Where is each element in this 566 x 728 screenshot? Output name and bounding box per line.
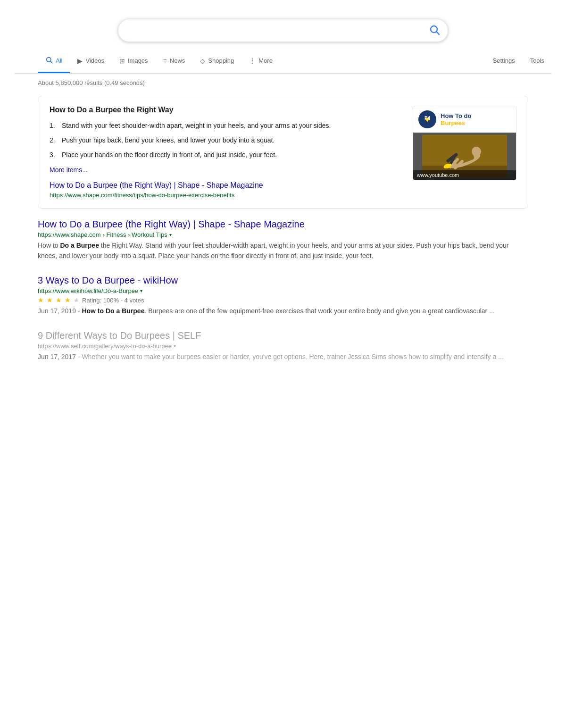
video-thumbnail[interactable]: www.youtube.com (413, 133, 516, 180)
video-logo: ♥ P4 (418, 110, 437, 129)
result-title[interactable]: 3 Ways to Do a Burpee - wikiHow (38, 274, 528, 286)
snippet-step-2: Push your hips back, bend your knees, an… (50, 135, 403, 145)
result-url: https://www.wikihow.life/Do-a-Burpee (38, 287, 138, 294)
snippet-step-3: Place your hands on the floor directly i… (50, 150, 403, 160)
snippet-title: How to Do a Burpee the Right Way (50, 106, 403, 114)
result-date: Jun 17, 2019 (38, 307, 76, 315)
result-breadcrumb: › Fitness › Workout Tips (103, 231, 167, 238)
result-item: 9 Different Ways to Do Burpees | SELF ht… (38, 329, 528, 362)
search-bar: how to do a burpee (118, 19, 448, 42)
result-url-line: https://www.self.com/gallery/ways-to-do-… (38, 343, 528, 350)
search-button[interactable] (429, 24, 440, 37)
snippet-content: How to Do a Burpee the Right Way Stand w… (50, 106, 403, 199)
result-title[interactable]: How to Do a Burpee (the Right Way) | Sha… (38, 218, 528, 230)
featured-snippet: How to Do a Burpee the Right Way Stand w… (38, 96, 528, 209)
news-icon: ≡ (163, 57, 167, 65)
more-items-link[interactable]: More items... (50, 166, 88, 174)
nav-right: Settings Tools (485, 50, 552, 72)
result-description: Jun 17, 2017 - Whether you want to make … (38, 351, 528, 362)
snippet-video: ♥ P4 How To do Burpees (413, 106, 516, 199)
all-icon (45, 56, 53, 65)
rating-line: ★ ★ ★ ★ ★ Rating: 100% - 4 votes (38, 296, 528, 304)
dropdown-arrow-icon[interactable]: ▾ (169, 232, 172, 237)
result-item: 3 Ways to Do a Burpee - wikiHow https://… (38, 274, 528, 316)
tab-settings[interactable]: Settings (485, 50, 523, 72)
result-url: https://www.shape.com (38, 231, 101, 238)
search-results: How to Do a Burpee (the Right Way) | Sha… (14, 218, 552, 362)
more-dots-icon: ⋮ (249, 57, 256, 65)
images-icon: ⊞ (119, 57, 125, 65)
svg-line-1 (437, 32, 440, 35)
result-title[interactable]: 9 Different Ways to Do Burpees | SELF (38, 329, 528, 342)
tab-all[interactable]: All (38, 50, 70, 73)
snippet-source-url: https://www.shape.com/fitness/tips/how-d… (50, 192, 403, 199)
star-2: ★ (47, 296, 53, 304)
result-url-line: https://www.shape.com › Fitness › Workou… (38, 231, 528, 238)
result-url: https://www.self.com/gallery/ways-to-do-… (38, 343, 172, 350)
star-3: ★ (56, 296, 62, 304)
tab-more[interactable]: ⋮ More (241, 50, 280, 73)
result-item: How to Do a Burpee (the Right Way) | Sha… (38, 218, 528, 261)
dropdown-arrow-icon[interactable]: ▾ (174, 343, 176, 349)
tab-images[interactable]: ⊞ Images (112, 50, 156, 73)
result-description: Jun 17, 2019 - How to Do a Burpee. Burpe… (38, 306, 528, 316)
svg-text:P4: P4 (424, 116, 431, 121)
star-1: ★ (38, 296, 44, 304)
snippet-step-1: Stand with your feet shoulder-width apar… (50, 121, 403, 131)
svg-line-3 (50, 61, 52, 63)
videos-icon: ▶ (77, 57, 83, 65)
star-5: ★ (74, 297, 79, 304)
result-url-line: https://www.wikihow.life/Do-a-Burpee ▾ (38, 287, 528, 294)
star-4: ★ (65, 296, 71, 304)
tab-news[interactable]: ≡ News (156, 50, 193, 73)
dropdown-arrow-icon[interactable]: ▾ (140, 288, 142, 293)
tab-videos[interactable]: ▶ Videos (70, 50, 112, 73)
svg-point-10 (472, 147, 481, 156)
video-title: How To do Burpees (441, 112, 471, 126)
snippet-steps: Stand with your feet shoulder-width apar… (50, 121, 403, 160)
tab-tools[interactable]: Tools (523, 50, 552, 72)
video-header: ♥ P4 How To do Burpees (413, 106, 516, 133)
tab-shopping[interactable]: ◇ Shopping (192, 50, 241, 73)
results-count: About 5,850,000 results (0.49 seconds) (14, 74, 552, 92)
video-card[interactable]: ♥ P4 How To do Burpees (413, 106, 516, 180)
result-description: How to Do a Burpee the Right Way. Stand … (38, 240, 528, 261)
video-overlay-url: www.youtube.com (413, 170, 516, 180)
rating-text: Rating: 100% - 4 votes (82, 297, 144, 304)
snippet-source-title[interactable]: How to Do a Burpee (the Right Way) | Sha… (50, 181, 403, 191)
shopping-icon: ◇ (200, 57, 205, 65)
result-date: Jun 17, 2017 (38, 353, 76, 360)
search-input[interactable]: how to do a burpee (126, 25, 424, 35)
nav-tabs: All ▶ Videos ⊞ Images ≡ News ◇ Shopping … (14, 50, 552, 74)
